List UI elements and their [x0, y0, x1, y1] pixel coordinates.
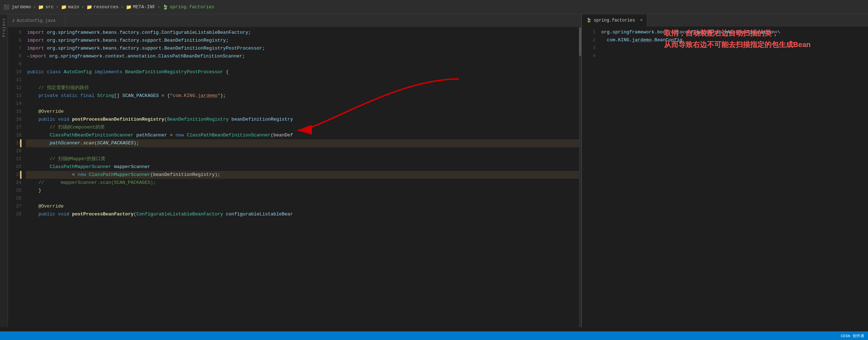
right-line-2: com.KING.jardemo.BeanConfig [600, 36, 868, 44]
editor-left[interactable]: J AutoConfig.java 5 6 7 8 9 10 11 12 13 … [8, 14, 581, 327]
right-tab-bar: 🍃 spring.factories × [582, 14, 868, 27]
ln-5: 5 [8, 29, 22, 37]
rln-3: 3 [582, 44, 596, 52]
ln-6: 6 [8, 37, 22, 45]
ln-14: 14 [8, 100, 22, 108]
code-line-11 [26, 76, 581, 84]
right-tab-label: spring.factories [594, 18, 635, 23]
code-line-7: import org.springframework.beans.factory… [26, 45, 581, 52]
breadcrumb: ⬛ jardemo › 📁 src › 📁 main › 📁 resources… [4, 4, 214, 10]
main-area: Project J AutoConfig.java 5 6 7 8 9 10 1… [0, 14, 868, 327]
code-line-6: import org.springframework.beans.factory… [26, 37, 581, 45]
scrollbar-left[interactable] [579, 27, 581, 327]
right-editor-content: 1 2 3 4 org.springframework.boot.autocon… [582, 27, 868, 327]
code-line-12: // 指定需要扫描的路径 [26, 84, 581, 92]
ln-28: 28 ▶ I [8, 210, 22, 218]
factories-file-icon: 🍃 [586, 18, 592, 23]
breadcrumb-spring-factories[interactable]: spring.factories [170, 4, 214, 10]
code-line-13: private static final String[] SCAN_PACKA… [26, 92, 581, 100]
code-area-left[interactable]: import org.springframework.beans.factory… [26, 27, 581, 327]
breadcrumb-src[interactable]: src [45, 4, 53, 10]
code-line-20 [26, 147, 581, 155]
code-line-22: ClassPathMapperScanner mapperScanner [26, 163, 581, 171]
code-line-18: ClassPathBeanDefinitionScanner pathScann… [26, 131, 581, 139]
status-right: CDSN 创作者 [841, 333, 864, 339]
folder-main-icon: 📁 [61, 4, 67, 10]
right-panel: 🍃 spring.factories × 1 2 3 4 org.springf… [581, 14, 868, 327]
tab-spring-factories[interactable]: 🍃 spring.factories × [582, 14, 647, 27]
scrollbar-thumb-left[interactable] [579, 27, 581, 56]
folder-metainf-icon: 📁 [126, 4, 132, 10]
code-line-25: } [26, 187, 581, 195]
tab-autoconfig-label: AutoConfig.java [17, 18, 56, 23]
ln-25: 25 [8, 187, 22, 195]
code-area-right[interactable]: org.springframework.boot.autoconfigure.E… [600, 27, 868, 327]
ln-22: 22 [8, 163, 22, 171]
code-line-8: ▸import org.springframework.context.anno… [26, 52, 581, 60]
warning-marker-19 [20, 139, 22, 147]
folder-src-icon: 📁 [38, 4, 44, 10]
breadcrumb-main[interactable]: main [68, 4, 79, 10]
breadcrumb-resources[interactable]: resources [94, 4, 119, 10]
rln-1: 1 [582, 28, 596, 36]
right-line-4 [600, 52, 868, 60]
ln-18: 18 [8, 131, 22, 139]
breadcrumb-metainf[interactable]: META-INF [133, 4, 155, 10]
ln-10: 10 [8, 68, 22, 76]
line-numbers-left: 5 6 7 8 9 10 11 12 13 14 15 16 ▶ I 17 18 [8, 27, 26, 327]
ln-15: 15 [8, 108, 22, 116]
folder-resources-icon: 📁 [86, 4, 92, 10]
ln-19: 19 [8, 139, 22, 147]
ln-20: 20 [8, 147, 22, 155]
ln-8: 8 [8, 52, 22, 60]
ln-11: 11 [8, 76, 22, 84]
code-line-26 [26, 195, 581, 202]
status-bar: CDSN 创作者 [0, 331, 868, 340]
ln-13: 13 [8, 92, 22, 100]
ln-26: 26 [8, 195, 22, 202]
left-tab-bar: J AutoConfig.java [8, 14, 581, 27]
ln-9: 9 [8, 60, 22, 68]
code-line-9 [26, 60, 581, 68]
ln-12: 12 [8, 84, 22, 92]
ln-7: 7 [8, 45, 22, 52]
left-editor-content: 5 6 7 8 9 10 11 12 13 14 15 16 ▶ I 17 18 [8, 27, 581, 327]
status-csdn: CDSN 创作者 [841, 333, 864, 339]
code-line-24: // mapperScanner.scan(SCAN_PACKAGES); [26, 179, 581, 187]
ln-23: 23 [8, 171, 22, 179]
code-line-19: pathScanner.scan(SCAN_PACKAGES); [26, 139, 581, 147]
code-line-23: = new ClassPathMapperScanner(beanDefinit… [26, 171, 581, 179]
file-spring-icon: 🍃 [162, 4, 168, 10]
breadcrumb-jardemo[interactable]: jardemo [11, 4, 31, 10]
ln-27: 27 [8, 202, 22, 210]
tab-close-btn[interactable]: × [640, 18, 642, 23]
code-line-16: public void postProcessBeanDefinitionReg… [26, 116, 581, 124]
project-icon: ⬛ [4, 4, 9, 10]
code-line-15: @Override [26, 108, 581, 116]
right-line-3 [600, 44, 868, 52]
rln-4: 4 [582, 52, 596, 60]
java-file-icon: J [12, 19, 15, 23]
tab-autoconfig[interactable]: J AutoConfig.java [8, 14, 65, 27]
top-bar: ⬛ jardemo › 📁 src › 📁 main › 📁 resources… [0, 0, 868, 14]
rln-2: 2 [582, 36, 596, 44]
ln-16: 16 ▶ I [8, 116, 22, 124]
ln-17: 17 [8, 124, 22, 131]
code-line-10: public class AutoConfig implements BeanD… [26, 68, 581, 76]
code-line-14 [26, 100, 581, 108]
code-line-28: public void postProcessBeanFactory(Confi… [26, 210, 581, 218]
project-label: Project [2, 18, 6, 37]
ln-21: 21 ● [8, 155, 22, 163]
code-line-17: // 扫描@Component的类 [26, 124, 581, 131]
code-line-27: @Override [26, 202, 581, 210]
code-line-21: // 扫描@Mapper的接口类 [26, 155, 581, 163]
code-line-5: import org.springframework.beans.factory… [26, 29, 581, 37]
line-numbers-right: 1 2 3 4 [582, 27, 600, 327]
warning-marker-23 [20, 171, 22, 179]
right-line-1: org.springframework.boot.autoconfigure.E… [600, 28, 868, 36]
ln-24: 24 [8, 179, 22, 187]
side-panel: Project [0, 14, 8, 327]
